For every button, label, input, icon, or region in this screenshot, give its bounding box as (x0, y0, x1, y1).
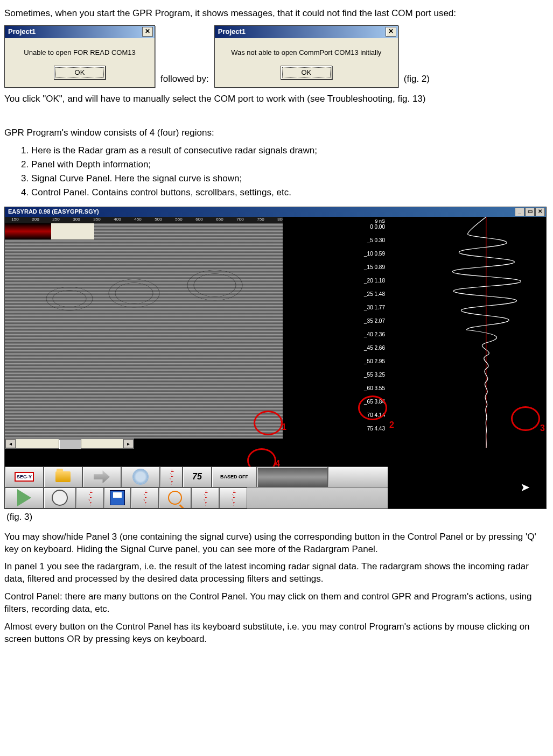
ruler-tick: 750 (250, 217, 271, 223)
depth-tick: 75 4.43 (367, 425, 385, 433)
ruler-tick: 400 (107, 217, 128, 223)
ruler-tick: 300 (66, 217, 87, 223)
para-keyboard: Almost every button on the Control Panel… (4, 621, 549, 646)
numeric-value[interactable]: 75 (183, 467, 212, 487)
depth-tick: _35 2.07 (364, 317, 385, 325)
fig-2-ref: (fig. 2) (404, 73, 430, 88)
radargram-topblock (51, 223, 94, 239)
folder-icon (55, 471, 71, 482)
ok-button[interactable]: OK (54, 66, 106, 80)
ok-button[interactable]: OΚ (281, 66, 332, 80)
horizontal-scrollbar[interactable]: ◂ ▸ (5, 439, 134, 449)
app-titlebar: EASYRAD 0.98 (EASYGPR.SGY) _ ▭ ✕ (5, 207, 546, 217)
waveform-icon (225, 490, 241, 506)
save-icon (110, 490, 125, 505)
annotation-circle-2 (358, 395, 387, 420)
depth-tick: _40 2.36 (364, 331, 385, 338)
waveform-button[interactable] (160, 467, 183, 487)
close-icon[interactable]: ✕ (142, 27, 153, 37)
dialog-1-body: Unable to open FOR READ COM13 (5, 38, 155, 63)
open-folder-button[interactable] (44, 467, 82, 487)
annotation-circle-1 (254, 411, 283, 435)
waveform-2-button[interactable] (76, 487, 104, 508)
dialog-2-body: Was not able to open CommPort COM13 init… (215, 38, 398, 63)
waveform-icon (82, 490, 98, 506)
para-radargram: In panel 1 you see the radargram, i.e. t… (4, 561, 549, 585)
ruler-tick: 250 (46, 217, 66, 223)
ruler-tick: 350 (87, 217, 107, 223)
regions-intro: GPR Program's window consists of 4 (four… (4, 127, 549, 139)
fig-3-caption: (fig. 3) (6, 511, 549, 524)
annotation-label-3: 3 (540, 422, 545, 434)
depth-tick: _45 2.66 (364, 344, 385, 352)
dialog-1: Project1 ✕ Unable to open FOR READ COM13… (4, 25, 155, 88)
scroll-right-icon[interactable]: ▸ (123, 439, 134, 448)
circle-icon (52, 490, 68, 506)
dialog-1-title: Project1 (8, 27, 36, 37)
depth-tick: _60 3.55 (364, 385, 385, 392)
waveform-3-button[interactable] (131, 487, 159, 508)
dialog-2: Project1 ✕ Was not able to open CommPort… (214, 25, 398, 88)
ruler-tick: 200 (25, 217, 46, 223)
ruler-tick: 600 (189, 217, 209, 223)
after-dialogs-text: You click "OK", and will have to manuall… (4, 93, 549, 105)
minimize-icon[interactable]: _ (515, 208, 524, 216)
waveform-5-button[interactable] (219, 487, 247, 508)
intro-text: Sometimes, when you start the GPR Progra… (4, 8, 549, 20)
waveform-icon (137, 490, 153, 506)
plug-icon (94, 470, 110, 483)
app-title: EASYRAD 0.98 (EASYGPR.SGY) (8, 208, 99, 216)
zoom-button[interactable] (159, 487, 191, 508)
depth-tick: _5 0.30 (367, 237, 385, 244)
depth-tick: 0 0.00 (370, 223, 385, 231)
gpr-app-window: EASYRAD 0.98 (EASYGPR.SGY) _ ▭ ✕ 1502002… (4, 207, 547, 509)
ruler-tick: 150 (5, 217, 25, 223)
scroll-thumb[interactable] (59, 439, 81, 449)
based-off-button[interactable]: BASED OFF (212, 467, 257, 487)
followed-by-text: followed by: (160, 73, 209, 88)
depth-tick: _25 1.48 (364, 291, 385, 298)
close-icon[interactable]: ✕ (535, 208, 545, 216)
radargram-panel[interactable] (5, 223, 283, 439)
waveform-icon (197, 490, 213, 506)
annotation-circle-3 (511, 406, 540, 431)
segy-icon: SEG-Y (15, 472, 34, 482)
play-icon (17, 489, 31, 506)
list-item: Control Panel. Contains control buttons,… (31, 187, 549, 199)
play-button[interactable] (5, 487, 44, 508)
depth-tick: _20 1.18 (364, 277, 385, 285)
ruler-tick: 450 (128, 217, 148, 223)
depth-tick: _50 2.95 (364, 358, 385, 365)
panel-slot-1[interactable] (257, 467, 328, 487)
annotation-label-1: 1 (282, 421, 286, 433)
ruler-tick: 650 (209, 217, 230, 223)
ruler-tick: 500 (148, 217, 169, 223)
regions-list: Here is the Radar gram as a result of co… (4, 145, 549, 199)
depth-tick: _30 1.77 (364, 304, 385, 312)
ruler-tick: 700 (230, 217, 250, 223)
list-item: Here is the Radar gram as a result of co… (31, 145, 549, 157)
depth-tick: _55 3.25 (364, 371, 385, 379)
radargram-corner (5, 223, 51, 239)
waveform-icon (163, 469, 179, 485)
depth-tick: _10 0.59 (364, 250, 385, 258)
depth-tick: _15 0.89 (364, 264, 385, 271)
para-control-panel: Control Panel: there are many buttons on… (4, 591, 549, 616)
list-item: Signal Curve Panel. Here the signal curv… (31, 173, 549, 185)
control-panel-right: ➤ (388, 467, 546, 508)
control-panel: SEG-Y 75 BASED OFF (5, 467, 546, 508)
segy-button[interactable]: SEG-Y (5, 467, 44, 487)
close-icon[interactable]: ✕ (386, 27, 396, 37)
settings-button[interactable] (121, 467, 160, 487)
save-button[interactable] (104, 487, 131, 508)
gear-icon (132, 469, 149, 485)
magnify-icon (168, 491, 182, 505)
connect-button[interactable] (82, 467, 121, 487)
cursor-icon: ➤ (520, 479, 530, 496)
waveform-4-button[interactable] (191, 487, 219, 508)
record-button[interactable] (44, 487, 76, 508)
para-show-hide: You may show/hide Panel 3 (one containin… (4, 531, 549, 556)
maximize-icon[interactable]: ▭ (525, 208, 535, 216)
list-item: Panel with Depth information; (31, 159, 549, 171)
scroll-left-icon[interactable]: ◂ (5, 439, 16, 448)
